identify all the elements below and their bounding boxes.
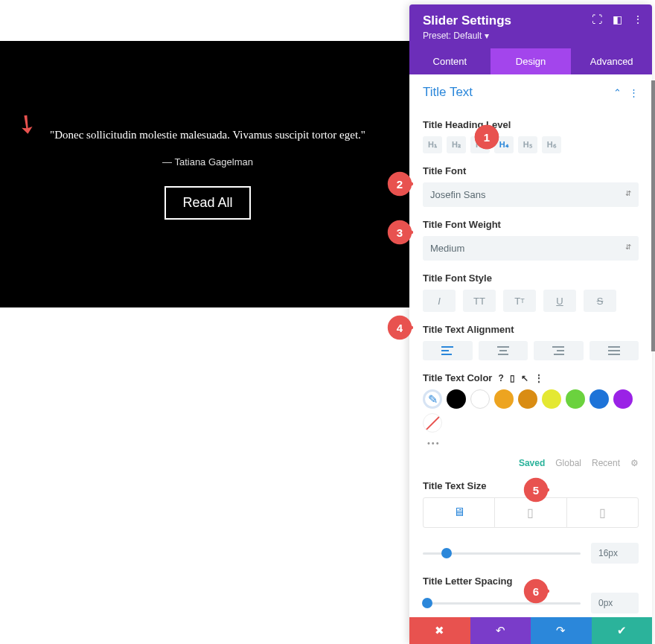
device-desktop[interactable]: 🖥 (424, 498, 495, 527)
heading-h5[interactable]: H₅ (518, 136, 537, 153)
heading-h2[interactable]: H₂ (447, 136, 466, 153)
size-slider[interactable] (423, 552, 581, 555)
label-heading-level: Title Heading Level (423, 119, 639, 130)
column-icon[interactable]: ◧ (613, 13, 622, 25)
label-alignment: Title Text Alignment (423, 324, 639, 335)
panel-footer: ✖ ↶ ↷ ✔ (409, 617, 652, 644)
color-purple[interactable] (613, 389, 633, 409)
alignment-group (423, 341, 639, 360)
panel-preset[interactable]: Preset: Default ▾ (423, 31, 639, 41)
tab-content[interactable]: Content (409, 48, 491, 74)
annotation-pin-3: 3 (386, 219, 413, 246)
color-dkorange[interactable] (518, 389, 537, 409)
section-menu-icon[interactable]: ⋮ (629, 87, 639, 98)
scrollbar-thumb[interactable] (651, 80, 655, 351)
color-black[interactable] (447, 389, 466, 409)
slider-preview: "Donec sollicitudin molestie malesuada. … (0, 41, 415, 307)
label-font-style: Title Font Style (423, 272, 639, 284)
color-blue[interactable] (590, 389, 609, 409)
collapse-icon[interactable]: ⌃ (613, 87, 622, 98)
color-picker-button[interactable]: ✎ (423, 389, 442, 409)
italic-button[interactable]: I (423, 290, 456, 312)
undo-button[interactable]: ↶ (470, 617, 531, 644)
panel-header: Slider Settings Preset: Default ▾ ⛶ ◧ ⋮ (409, 4, 652, 48)
letterspacing-value[interactable]: 0px (591, 593, 639, 613)
settings-panel: Slider Settings Preset: Default ▾ ⛶ ◧ ⋮ … (409, 4, 652, 644)
slide-author: — Tatiana Gagelman (162, 156, 253, 168)
annotation-pin-5: 5 (523, 476, 549, 503)
font-style-group: I TT TT U S (423, 290, 639, 312)
annotation-pin-1: 1 (473, 124, 500, 150)
save-button[interactable]: ✔ (592, 617, 653, 644)
size-slider-row: 16px (423, 543, 639, 564)
heading-level-group: H₁ H₂ H₃ H₄ H₅ H₆ (423, 136, 639, 153)
section-header[interactable]: Title Text ⌃ ⋮ (409, 74, 652, 107)
annotation-pin-4: 4 (386, 314, 413, 341)
color-green[interactable] (566, 389, 585, 409)
kebab-icon[interactable]: ⋮ (633, 13, 643, 25)
color-palette-tabs: Saved Global Recent ⚙ (423, 458, 639, 468)
color-white[interactable] (470, 389, 490, 409)
slide-quote: "Donec sollicitudin molestie malesuada. … (28, 129, 388, 141)
help-icon[interactable]: ? (498, 373, 503, 383)
read-all-button[interactable]: Read All (164, 186, 250, 220)
align-left[interactable] (423, 341, 473, 360)
annotation-pin-2: 2 (386, 170, 413, 197)
align-justify[interactable] (590, 341, 639, 360)
label-font: Title Font (423, 165, 639, 176)
font-select[interactable]: Josefin Sans (423, 182, 639, 207)
align-right[interactable] (534, 341, 584, 360)
smallcaps-button[interactable]: TT (503, 290, 536, 312)
label-font-weight: Title Font Weight (423, 219, 639, 230)
letterspacing-slider-thumb[interactable] (422, 598, 432, 608)
tab-design[interactable]: Design (491, 48, 572, 74)
uppercase-button[interactable]: TT (463, 290, 496, 312)
strikethrough-button[interactable]: S (584, 290, 616, 312)
tab-advanced[interactable]: Advanced (571, 48, 652, 74)
settings-tabs: Content Design Advanced (409, 48, 652, 74)
section-title: Title Text (423, 85, 473, 100)
palette-recent[interactable]: Recent (592, 458, 620, 468)
underline-button[interactable]: U (543, 290, 576, 312)
color-orange[interactable] (494, 389, 514, 409)
label-color-text: Title Text Color (423, 372, 492, 383)
letterspacing-slider[interactable] (423, 602, 581, 605)
color-menu-icon[interactable]: ⋮ (534, 373, 543, 383)
heading-h6[interactable]: H₆ (542, 136, 561, 153)
color-yellow[interactable] (542, 389, 561, 409)
expand-icon[interactable]: ⛶ (592, 13, 602, 25)
close-button[interactable]: ✖ (409, 617, 470, 644)
device-phone[interactable]: ▯ (567, 498, 638, 527)
size-slider-thumb[interactable] (441, 548, 452, 558)
palette-settings-icon[interactable]: ⚙ (630, 458, 639, 468)
size-value[interactable]: 16px (591, 543, 639, 564)
color-more-icon[interactable]: ••• (427, 439, 639, 447)
palette-global[interactable]: Global (555, 458, 581, 468)
heading-h1[interactable]: H₁ (423, 136, 442, 153)
cursor-icon[interactable]: ↖ (521, 373, 528, 383)
font-weight-select[interactable]: Medium (423, 236, 639, 261)
palette-saved[interactable]: Saved (519, 458, 545, 468)
annotation-pin-6: 6 (523, 578, 549, 605)
phone-icon[interactable]: ▯ (510, 373, 515, 383)
label-color: Title Text Color ? ▯ ↖ ⋮ (423, 372, 639, 383)
panel-body: Title Heading Level H₁ H₂ H₃ H₄ H₅ H₆ Ti… (409, 107, 652, 617)
color-none[interactable] (423, 413, 442, 433)
redo-button[interactable]: ↷ (531, 617, 592, 644)
color-swatches: ✎ (423, 389, 639, 433)
align-center[interactable] (479, 341, 528, 360)
